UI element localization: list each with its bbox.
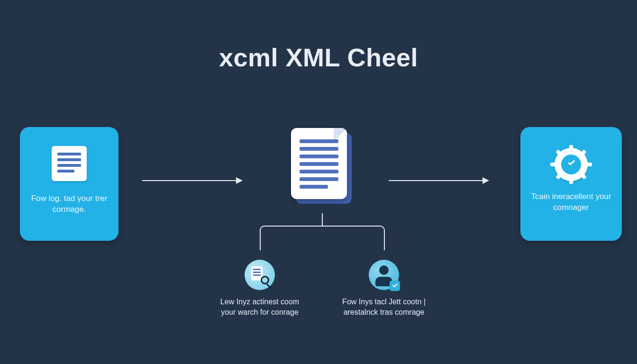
page-title: xcml XML Cheel	[0, 43, 637, 72]
arrow-left-icon	[142, 180, 242, 181]
arrow-right-icon	[389, 180, 488, 181]
branch-item-inspect-caption: Lew Inyz actinest coom your warch for co…	[212, 297, 307, 317]
branch-item-verify: Fow Inys tacl Jett cootn | arestalnck tr…	[337, 260, 431, 317]
branch-item-inspect: Lew Inyz actinest coom your warch for co…	[212, 260, 307, 317]
branch-connector	[237, 213, 408, 256]
branch-item-verify-caption: Fow Inys tacl Jett cootn | arestalnck tr…	[337, 297, 431, 317]
target-card-caption: Tcain ineracellent your comnager	[529, 191, 613, 213]
center-document	[291, 128, 352, 204]
document-large-icon	[291, 128, 347, 199]
person-check-icon	[369, 260, 399, 290]
document-icon	[52, 146, 87, 181]
source-card: Fow log. tad your trer cormage.	[20, 127, 118, 241]
gear-icon	[555, 148, 588, 181]
target-card: Tcain ineracellent your comnager	[520, 127, 622, 241]
search-document-icon	[245, 260, 275, 290]
source-card-caption: Fow log. tad your trer cormage.	[28, 193, 110, 215]
